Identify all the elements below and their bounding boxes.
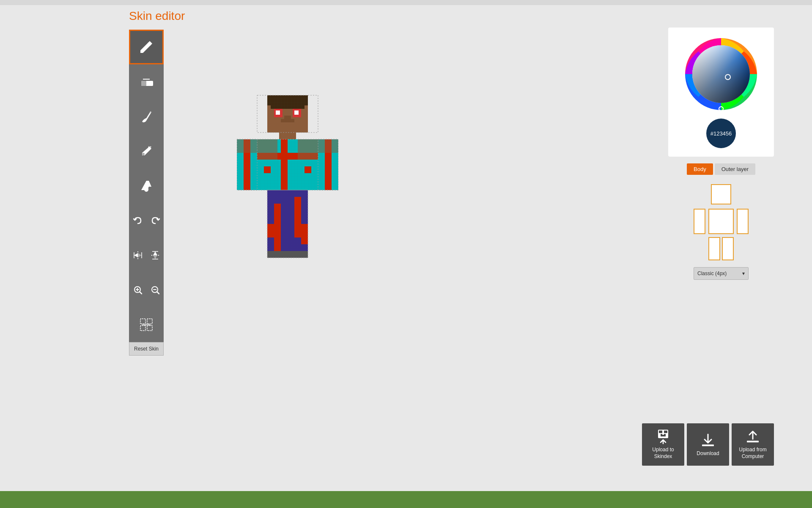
- svg-rect-48: [288, 190, 308, 258]
- outer-layer-tab[interactable]: Outer layer: [715, 163, 755, 175]
- layer-tabs: Body Outer layer: [668, 163, 774, 175]
- zoom-in-button[interactable]: [129, 273, 146, 307]
- action-buttons: Upload toSkindex Download Upload fromCom…: [642, 423, 774, 466]
- redo-button[interactable]: [146, 203, 164, 238]
- svg-rect-30: [257, 139, 318, 190]
- body-part-right-leg[interactable]: [722, 237, 734, 260]
- svg-rect-60: [664, 434, 666, 436]
- grid-button[interactable]: [129, 307, 164, 342]
- eyedropper-tool-button[interactable]: [129, 134, 164, 168]
- zoom-out-button[interactable]: [146, 273, 164, 307]
- svg-point-2: [142, 153, 145, 155]
- skin-size-dropdown[interactable]: Classic (4px) ▾: [694, 267, 749, 280]
- svg-rect-56: [659, 431, 662, 433]
- svg-rect-61: [702, 444, 714, 446]
- bottom-bar: [0, 491, 812, 508]
- color-swatch[interactable]: #123456: [706, 119, 736, 148]
- undo-button[interactable]: [129, 203, 146, 238]
- undo-redo-row: [129, 203, 165, 238]
- svg-rect-9: [142, 324, 151, 326]
- pencil-tool-button[interactable]: [129, 30, 164, 64]
- upload-computer-button[interactable]: Upload fromComputer: [732, 423, 774, 466]
- zoom-row: [129, 273, 165, 307]
- upload-skindex-label: Upload toSkindex: [652, 447, 674, 460]
- svg-rect-7: [140, 326, 145, 331]
- body-part-head[interactable]: [711, 184, 731, 204]
- svg-rect-62: [747, 441, 759, 442]
- svg-rect-34: [237, 139, 257, 190]
- skin-size-label: Classic (4px): [697, 271, 727, 276]
- download-button[interactable]: Download: [687, 423, 729, 466]
- svg-rect-22: [279, 133, 296, 139]
- fill-tool-button[interactable]: [129, 168, 164, 203]
- svg-rect-57: [664, 431, 667, 433]
- body-part-torso[interactable]: [708, 209, 734, 234]
- reset-skin-button[interactable]: Reset Skin: [129, 342, 164, 356]
- body-tab[interactable]: Body: [687, 163, 713, 175]
- svg-rect-8: [147, 326, 152, 331]
- body-part-right-arm[interactable]: [737, 209, 749, 234]
- upload-computer-label: Upload fromComputer: [739, 447, 766, 460]
- mirror-row: [129, 238, 165, 273]
- tool-panel: Reset Skin: [129, 30, 165, 356]
- eraser-tool-button[interactable]: [129, 64, 164, 99]
- upload-skindex-button[interactable]: Upload toSkindex: [642, 423, 684, 466]
- page-title: Skin editor: [129, 9, 185, 23]
- skin-preview[interactable]: [237, 83, 338, 277]
- svg-rect-5: [140, 319, 145, 324]
- brush-tool-button[interactable]: [129, 99, 164, 134]
- chevron-down-icon: ▾: [742, 271, 745, 276]
- svg-rect-1: [141, 81, 146, 86]
- right-panel: #123456 Body Outer layer Classic (4px) ▾: [668, 28, 774, 280]
- download-label: Download: [697, 450, 719, 456]
- body-part-left-leg[interactable]: [708, 237, 720, 260]
- svg-rect-58: [661, 434, 662, 436]
- mirror-v-button[interactable]: [146, 238, 164, 273]
- color-wheel[interactable]: [683, 36, 759, 112]
- svg-rect-43: [267, 190, 288, 258]
- svg-rect-21: [267, 95, 308, 133]
- skin-canvas-area: [182, 42, 393, 318]
- svg-rect-38: [318, 139, 338, 190]
- color-picker-container: #123456: [668, 28, 774, 157]
- svg-rect-6: [147, 319, 152, 324]
- body-part-selector: [694, 184, 749, 260]
- mirror-h-button[interactable]: [129, 238, 146, 273]
- body-part-left-arm[interactable]: [694, 209, 705, 234]
